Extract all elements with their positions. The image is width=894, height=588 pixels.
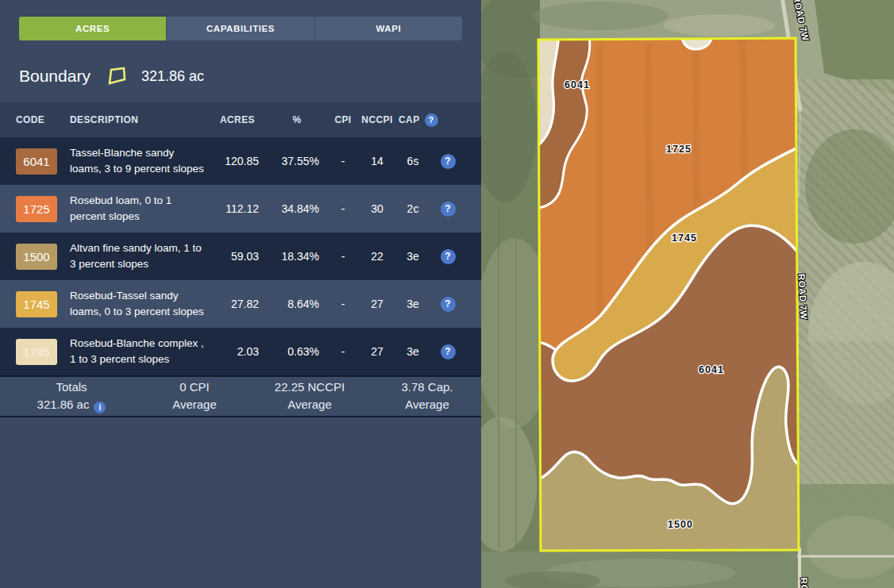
soil-table: CODE DESCRIPTION ACRES % CPI NCCPI CAP ?… bbox=[0, 102, 481, 417]
soil-percent: 18.34% bbox=[267, 250, 327, 263]
soil-acres: 59.03 bbox=[208, 250, 267, 263]
soil-code-chip: 1745 bbox=[16, 291, 57, 317]
row-help-icon[interactable]: ? bbox=[441, 249, 456, 264]
satellite-soil-map[interactable]: 6041 1725 1745 6041 1500 ROAD 7W ROAD 7W… bbox=[481, 0, 894, 588]
row-help-icon[interactable]: ? bbox=[441, 344, 456, 359]
soil-cpi: - bbox=[327, 250, 359, 263]
table-row[interactable]: 1735 Rosebud-Blanche complex , 1 to 3 pe… bbox=[0, 328, 481, 375]
map-soil-label: 6041 bbox=[699, 364, 724, 375]
col-header-description: DESCRIPTION bbox=[70, 114, 208, 125]
map-soil-label: 1745 bbox=[672, 233, 697, 244]
soil-description: Rosebud loam, 0 to 1 percent slopes bbox=[70, 185, 208, 233]
soil-cpi: - bbox=[327, 345, 359, 358]
soil-nccpi: 30 bbox=[359, 202, 395, 215]
cap-help-icon[interactable]: ? bbox=[425, 113, 438, 127]
soil-percent: 0.63% bbox=[267, 345, 327, 358]
soil-cap: 6s bbox=[395, 155, 430, 167]
boundary-area-value: 321.86 ac bbox=[141, 68, 204, 85]
soil-nccpi: 27 bbox=[359, 298, 395, 310]
soil-description: Tassel-Blanche sandy loams, 3 to 9 perce… bbox=[70, 137, 208, 185]
boundary-title: Boundary bbox=[19, 67, 91, 86]
col-header-nccpi: NCCPI bbox=[359, 114, 395, 125]
soil-code-chip: 6041 bbox=[16, 148, 57, 175]
row-help-icon[interactable]: ? bbox=[441, 202, 456, 217]
soil-survey-app: ACRES CAPABILITIES WAPI Boundary 321.86 … bbox=[0, 0, 894, 588]
soil-cap: 3e bbox=[395, 298, 430, 310]
totals-row: Totals 321.86 aci 0 CPI Average 22.25 NC… bbox=[0, 375, 481, 417]
soil-nccpi: 14 bbox=[359, 155, 395, 167]
table-row[interactable]: 1725 Rosebud loam, 0 to 1 percent slopes… bbox=[0, 185, 481, 233]
soil-percent: 34.84% bbox=[267, 202, 327, 215]
soil-cap: 3e bbox=[395, 345, 430, 358]
soil-table-header: CODE DESCRIPTION ACRES % CPI NCCPI CAP ? bbox=[0, 102, 481, 137]
totals-acres: Totals 321.86 aci bbox=[0, 379, 143, 413]
soil-acres: 120.85 bbox=[208, 155, 267, 167]
map-soil-label: 1725 bbox=[666, 144, 692, 155]
row-help-icon[interactable]: ? bbox=[441, 297, 456, 312]
soil-acres: 112.12 bbox=[208, 202, 267, 215]
col-header-acres: ACRES bbox=[208, 114, 267, 125]
soil-description: Rosebud-Blanche complex , 1 to 3 percent… bbox=[70, 328, 208, 375]
soil-acres: 2.03 bbox=[208, 345, 267, 358]
soil-code-chip: 1735 bbox=[16, 339, 57, 365]
col-header-code: CODE bbox=[10, 114, 70, 125]
col-header-percent: % bbox=[267, 114, 327, 125]
soil-percent: 8.64% bbox=[267, 298, 327, 310]
soil-code-chip: 1500 bbox=[16, 244, 57, 270]
soil-nccpi: 27 bbox=[359, 345, 395, 358]
soil-cap: 3e bbox=[395, 250, 430, 263]
map-soil-label: 6041 bbox=[565, 79, 590, 90]
row-help-icon[interactable]: ? bbox=[441, 154, 456, 169]
soil-cpi: - bbox=[327, 155, 359, 167]
table-row[interactable]: 1745 Rosebud-Tassel sandy loams, 0 to 3 … bbox=[0, 280, 481, 328]
col-header-cap: CAP bbox=[399, 114, 420, 125]
soil-percent: 37.55% bbox=[267, 155, 327, 167]
table-row[interactable]: 6041 Tassel-Blanche sandy loams, 3 to 9 … bbox=[0, 137, 481, 185]
totals-nccpi: 22.25 NCCPI Average bbox=[246, 379, 373, 413]
tab-wapi[interactable]: WAPI bbox=[315, 17, 462, 40]
boundary-header: Boundary 321.86 ac bbox=[19, 67, 481, 86]
tab-acres[interactable]: ACRES bbox=[19, 17, 166, 40]
report-tabs: ACRES CAPABILITIES WAPI bbox=[19, 17, 462, 40]
tab-capabilities[interactable]: CAPABILITIES bbox=[167, 17, 314, 40]
soil-report-panel: ACRES CAPABILITIES WAPI Boundary 321.86 … bbox=[0, 0, 481, 588]
soil-description: Rosebud-Tassel sandy loams, 0 to 3 perce… bbox=[70, 280, 208, 328]
map-soil-label: 1500 bbox=[668, 519, 693, 530]
boundary-polygon-icon bbox=[106, 67, 127, 86]
soil-cpi: - bbox=[327, 202, 359, 215]
soil-nccpi: 22 bbox=[359, 250, 395, 263]
soil-acres: 27.82 bbox=[208, 298, 267, 310]
totals-info-icon[interactable]: i bbox=[94, 402, 106, 413]
soil-cap: 2c bbox=[395, 202, 430, 215]
col-header-cpi: CPI bbox=[327, 114, 359, 125]
soil-cpi: - bbox=[327, 298, 359, 310]
soil-code-chip: 1725 bbox=[16, 196, 57, 222]
totals-cap: 3.78 Cap. Average bbox=[373, 379, 481, 413]
totals-cpi: 0 CPI Average bbox=[143, 379, 246, 413]
table-row[interactable]: 1500 Altvan fine sandy loam, 1 to 3 perc… bbox=[0, 233, 481, 280]
road-label: RO bbox=[800, 577, 810, 588]
soil-description: Altvan fine sandy loam, 1 to 3 percent s… bbox=[70, 233, 208, 280]
